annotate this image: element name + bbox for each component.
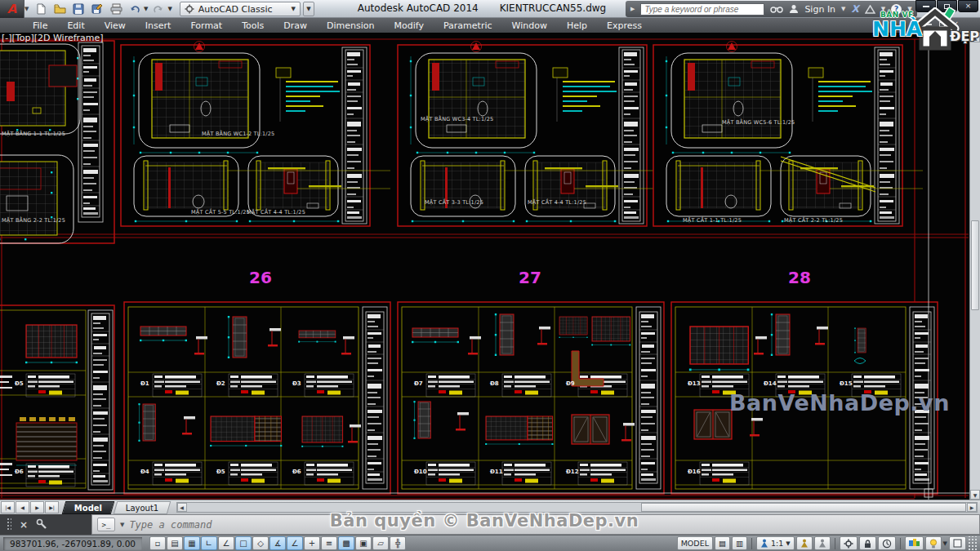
plot-icon[interactable] [108,2,124,16]
command-close-icon[interactable]: × [20,519,28,531]
sign-in-dropdown-icon[interactable]: ▼ [841,6,845,12]
menu-modify[interactable]: Modify [385,19,434,33]
ortho-mode-toggle[interactable]: ∟ [201,536,217,550]
quick-view-drawings-icon[interactable]: ▥ [732,536,747,550]
last-tab-icon[interactable]: ▶| [45,501,59,513]
menu-express[interactable]: Express [597,19,652,33]
quick-view-layouts-icon[interactable]: ▤ [715,536,730,550]
annotation-scale-button[interactable]: 1:1▼ [756,536,795,550]
item-code: Đ5 [216,469,225,475]
undo-dropdown-icon[interactable]: ▼ [144,6,148,12]
menu-format[interactable]: Format [180,19,232,33]
infocenter-collapse-icon[interactable]: ▶ [630,6,635,12]
undo-icon[interactable] [127,2,143,16]
sign-in-button[interactable]: Sign In [804,4,835,15]
lightbulb-icon[interactable] [925,536,942,550]
menu-tools[interactable]: Tools [232,19,274,33]
command-customize-icon[interactable] [36,518,48,531]
redo-icon[interactable] [150,2,167,16]
grid-display-toggle[interactable]: ▦ [184,536,200,550]
item-code: Đ7 [414,380,423,387]
command-input-area[interactable]: >_ ▼ [91,514,980,535]
annotation-visibility-icon[interactable] [796,536,813,550]
search-input[interactable] [640,3,764,16]
item-code: Đ9 [566,380,575,387]
performance-icon[interactable] [878,536,896,550]
workspace-dropdown-icon[interactable]: ▼ [292,6,296,12]
cad-linework [0,33,980,500]
workspace-switching-icon[interactable] [840,536,858,550]
dynamic-input-toggle[interactable]: + [304,536,320,550]
3d-object-snap-toggle[interactable]: ◇ [252,536,269,550]
next-tab-icon[interactable]: ▶ [30,501,44,513]
status-dropdown-icon[interactable]: ▼ [943,540,947,547]
title-bar: A ▼ ▼ ▼ AutoCAD Classic ▼ ▼ Autodesk Aut… [0,0,980,18]
save-as-icon[interactable] [89,2,105,16]
workspace-extra-dropdown[interactable]: ▼ [303,2,314,16]
sheet-label: MẶT BẰNG WC1-2 TL:1/25 [202,131,274,137]
annotation-scale-icon [760,539,768,548]
lock-ui-icon[interactable] [859,536,876,550]
horizontal-scroll-thumb[interactable] [641,503,966,512]
menu-window[interactable]: Window [502,19,557,33]
command-input[interactable] [129,519,979,531]
scroll-left-icon[interactable]: ◀ [177,503,187,512]
sheet-label: MẶT CẮT 4-4 TL:1/25 [247,209,305,216]
lineweight-toggle[interactable]: ≡ [321,536,337,550]
model-space-button[interactable]: MODEL [677,536,713,550]
snap-mode-toggle[interactable]: ▤ [167,536,183,550]
selection-cycling-toggle[interactable]: ▱ [372,536,389,550]
drawing-canvas[interactable]: [-][Top][2D Wireframe] 26 27 28 BanVeNha… [0,33,980,500]
menu-dimension[interactable]: Dimension [317,19,384,33]
application-menu-button[interactable]: A [0,0,24,18]
object-snap-tracking-toggle[interactable]: ∡ [270,536,286,550]
quick-access-toolbar: ▼ ▼ AutoCAD Classic ▼ ▼ [33,1,314,17]
logo-text-bottom: ĐẸP [950,29,979,44]
sheet-label: MẶT CẮT 1-1 TL:1/25 [683,217,742,224]
menu-file[interactable]: File [23,19,57,33]
coordinates-readout[interactable]: 983701.96, -267091.89, 0.00 [3,537,142,550]
item-code: Đ4 [140,469,149,475]
exchange-apps-icon[interactable]: X [852,3,859,15]
prev-tab-icon[interactable]: ◀ [16,501,29,513]
save-icon[interactable] [70,2,87,16]
horizontal-scrollbar[interactable]: ◀ ▶ [176,502,978,513]
clean-screen-icon[interactable] [949,536,966,550]
vertical-scroll-thumb[interactable] [971,220,979,310]
sheet-label: MẶT BẰNG WC3-4 TL:1/25 [421,116,493,122]
object-snap-toggle[interactable]: □ [235,536,252,550]
redo-dropdown-icon[interactable]: ▼ [167,6,172,12]
menu-view[interactable]: View [95,19,136,33]
viewport-controls-label[interactable]: [-][Top][2D Wireframe] [2,33,104,43]
vertical-scrollbar[interactable]: ▲ ▼ [969,33,980,500]
3d-osnap-extra-toggle[interactable]: ╬ [390,536,406,550]
tab-layout1[interactable]: Layout1 [114,501,172,514]
menu-parametric[interactable]: Parametric [434,19,502,33]
first-tab-icon[interactable]: |◀ [1,501,15,513]
scroll-down-icon[interactable]: ▼ [970,490,980,500]
workspace-switcher[interactable]: AutoCAD Classic ▼ [180,2,301,16]
scroll-right-icon[interactable]: ▶ [967,503,977,512]
sheet-number-26: 26 [242,268,279,287]
search-binoculars-icon[interactable] [770,4,783,14]
infer-constraints-toggle[interactable]: ▫ [149,536,166,550]
application-menu-arrow-icon[interactable]: ▼ [24,6,29,12]
menu-help[interactable]: Help [557,19,597,33]
sheet-label: MẶT CẮT 5-5 TL:1/25 [191,209,250,216]
user-icon [789,4,799,14]
item-code: Đ1 [140,380,149,387]
quick-properties-toggle[interactable]: ▣ [355,536,372,550]
open-file-icon[interactable] [51,2,68,16]
tab-model[interactable]: Model [62,501,115,514]
polar-tracking-toggle[interactable]: ∠ [218,536,234,550]
annotation-autoscale-icon[interactable] [814,536,831,550]
command-drag-grip[interactable] [7,518,11,531]
transparency-toggle[interactable]: ▩ [338,536,354,550]
menu-edit[interactable]: Edit [57,19,94,33]
menu-draw[interactable]: Draw [274,19,317,33]
dynamic-ucs-toggle[interactable]: ∠ [287,536,303,550]
recent-commands-icon[interactable]: ▼ [120,522,124,528]
menu-insert[interactable]: Insert [136,19,181,33]
new-file-icon[interactable] [33,2,49,16]
isolate-objects-icon[interactable] [905,536,924,550]
